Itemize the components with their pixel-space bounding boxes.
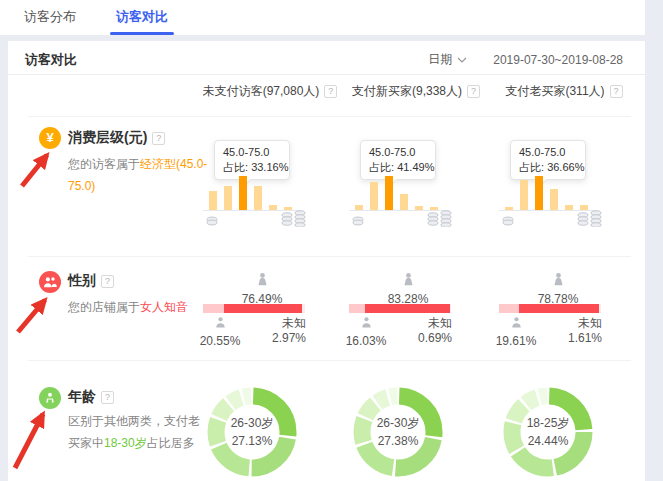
- consumption-chart-old-buyers: 45.0-75.0 占比: 36.66%: [496, 116, 636, 256]
- donut-center-label: 26-30岁27.13%: [206, 414, 298, 450]
- age-chart-old-buyers: 18-25岁24.44%: [496, 360, 636, 481]
- bar[interactable]: [400, 194, 408, 210]
- row-age: 年龄? 区别于其他两类，支付老买家中18-30岁占比居多 26-30岁27.13…: [8, 360, 645, 481]
- panel-header: 访客对比 日期 2019-07-30~2019-08-28: [8, 41, 645, 75]
- gender-ratio-bar[interactable]: [499, 304, 601, 313]
- bar[interactable]: [370, 182, 378, 210]
- consumption-bar-chart[interactable]: [349, 177, 449, 211]
- high-spend-coins-icon: [576, 210, 603, 230]
- gender-chart-old-buyers: 78.78% 19.61% 未知1.61%: [496, 256, 636, 360]
- date-filter-label: 日期: [428, 51, 452, 68]
- row-desc-consumption: 您的访客属于经济型(45.0-75.0): [68, 153, 210, 197]
- age-chart-unpaid: 26-30岁27.13%: [200, 360, 340, 481]
- low-spend-coin-icon: [352, 215, 365, 229]
- date-filter-dropdown[interactable]: 日期: [428, 51, 467, 68]
- chart-tooltip: 45.0-75.0 占比: 36.66%: [510, 140, 586, 180]
- visitor-compare-panel: 访客对比 日期 2019-07-30~2019-08-28 未支付访客(97,0…: [8, 41, 645, 481]
- consumption-bar-chart[interactable]: [203, 177, 303, 211]
- unknown-label: 未知: [554, 316, 602, 331]
- row-gender: 性别? 您的店铺属于女人知音 76.49% 20.55% 未知2.97% 83.…: [8, 256, 645, 360]
- bar[interactable]: [224, 186, 232, 210]
- age-chart-new-buyers: 26-30岁27.38%: [346, 360, 486, 481]
- high-spend-coins-icon: [426, 210, 453, 230]
- bar[interactable]: [355, 205, 363, 210]
- bar-highlight[interactable]: [239, 176, 247, 210]
- row-desc-gender: 您的店铺属于女人知音: [68, 296, 210, 318]
- low-spend-coin-icon: [206, 215, 219, 229]
- unknown-label: 未知: [404, 316, 452, 331]
- gender-segment-female[interactable]: [224, 304, 302, 313]
- female-icon: [401, 276, 416, 290]
- row-title-age: 年龄?: [68, 388, 114, 406]
- bar[interactable]: [565, 205, 573, 210]
- column-headers: 未支付访客(97,080人)? 支付新买家(9,338人)? 支付老买家(311…: [8, 80, 645, 102]
- gender-segment-male[interactable]: [499, 304, 519, 313]
- gender-ratio-bar[interactable]: [203, 304, 305, 313]
- tab-bar: 访客分布 访客对比: [0, 0, 645, 35]
- bar[interactable]: [520, 180, 528, 210]
- male-icon: [510, 318, 523, 332]
- unknown-percentage: 1.61%: [554, 331, 602, 346]
- bar[interactable]: [254, 186, 262, 210]
- donut-center-label: 18-25岁24.44%: [502, 414, 594, 450]
- row-title-gender: 性别?: [68, 272, 114, 290]
- bar-highlight[interactable]: [385, 176, 393, 210]
- consumption-bar-chart[interactable]: [499, 177, 599, 211]
- male-icon: [214, 318, 227, 332]
- tab-visitor-compare[interactable]: 访客对比: [114, 0, 170, 35]
- tab-visitor-distribution[interactable]: 访客分布: [22, 0, 78, 35]
- consumption-chart-new-buyers: 45.0-75.0 占比: 41.49%: [346, 116, 486, 256]
- money-icon: ¥: [39, 127, 61, 149]
- bar[interactable]: [415, 206, 423, 210]
- consumption-chart-unpaid: 45.0-75.0 占比: 33.16%: [200, 116, 340, 256]
- male-percentage: 16.03%: [340, 334, 392, 348]
- help-icon[interactable]: ?: [610, 85, 623, 98]
- panel-title: 访客对比: [25, 51, 77, 69]
- bar[interactable]: [505, 207, 513, 210]
- gender-segment-male[interactable]: [349, 304, 365, 313]
- gender-segment-unknown[interactable]: [302, 304, 305, 313]
- help-icon[interactable]: ?: [152, 132, 165, 145]
- bar-highlight[interactable]: [535, 176, 543, 210]
- person-icon: [39, 387, 61, 409]
- donut-center-label: 26-30岁27.38%: [352, 414, 444, 450]
- female-icon: [255, 276, 270, 290]
- gender-ratio-bar[interactable]: [349, 304, 451, 313]
- high-spend-coins-icon: [280, 210, 307, 230]
- bar[interactable]: [209, 191, 217, 210]
- row-consumption-level: ¥ 消费层级(元)? 您的访客属于经济型(45.0-75.0) 45.0-75.…: [8, 116, 645, 256]
- gender-segment-unknown[interactable]: [450, 304, 451, 313]
- unknown-label: 未知: [258, 316, 306, 331]
- female-icon: [551, 276, 566, 290]
- gender-chart-new-buyers: 83.28% 16.03% 未知0.69%: [346, 256, 486, 360]
- unknown-percentage: 2.97%: [258, 331, 306, 346]
- male-percentage: 20.55%: [194, 334, 246, 348]
- gender-segment-female[interactable]: [365, 304, 450, 313]
- gender-segment-male[interactable]: [203, 304, 224, 313]
- row-desc-age: 区别于其他两类，支付老买家中18-30岁占比居多: [68, 410, 210, 454]
- gender-segment-female[interactable]: [519, 304, 599, 313]
- chart-tooltip: 45.0-75.0 占比: 41.49%: [360, 140, 436, 180]
- male-percentage: 19.61%: [490, 334, 542, 348]
- date-range-value[interactable]: 2019-07-30~2019-08-28: [493, 53, 623, 67]
- help-icon[interactable]: ?: [101, 391, 114, 404]
- bar[interactable]: [269, 205, 277, 210]
- gender-chart-unpaid: 76.49% 20.55% 未知2.97%: [200, 256, 340, 360]
- unknown-percentage: 0.69%: [404, 331, 452, 346]
- two-persons-icon: [39, 271, 61, 293]
- column-header-old-buyers: 支付老买家(311人)?: [474, 83, 654, 100]
- chevron-down-icon: [457, 57, 467, 63]
- row-title-consumption: 消费层级(元)?: [68, 129, 165, 147]
- male-icon: [360, 318, 373, 332]
- chart-tooltip: 45.0-75.0 占比: 33.16%: [214, 140, 290, 180]
- help-icon[interactable]: ?: [101, 275, 114, 288]
- gender-segment-unknown[interactable]: [599, 304, 601, 313]
- low-spend-coin-icon: [502, 215, 515, 229]
- bar[interactable]: [550, 189, 558, 210]
